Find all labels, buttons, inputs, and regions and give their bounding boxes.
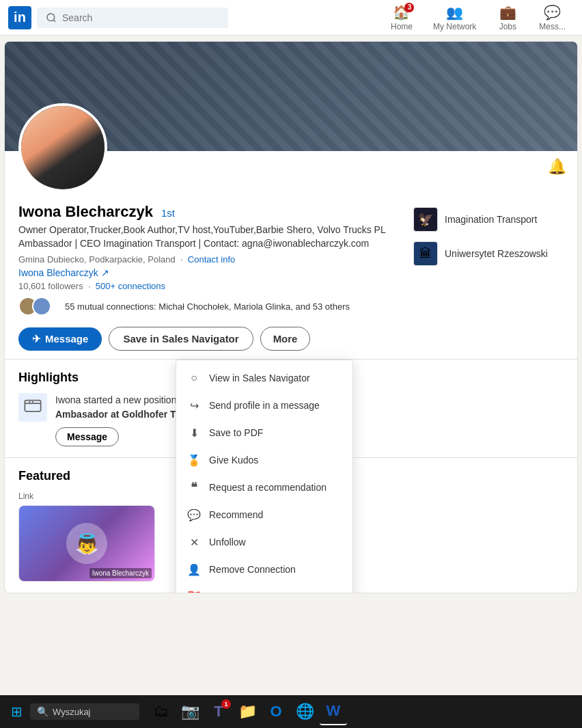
featured-card[interactable]: 👼 Iwona Blecharczyk bbox=[18, 505, 155, 582]
mutual-text: 55 mutual connections: Michał Chochołek,… bbox=[65, 301, 350, 312]
notification-bell[interactable]: 🔔 bbox=[548, 158, 566, 176]
nav-items: 🏠 3 Home 👥 My Network 💼 Jobs 💬 Mess... bbox=[381, 1, 574, 34]
save-sales-navigator-button[interactable]: Save in Sales Navigator bbox=[109, 327, 253, 351]
outlook-icon: O bbox=[270, 703, 281, 720]
nav-item-network[interactable]: 👥 My Network bbox=[425, 1, 484, 34]
highlight-message-button[interactable]: Message bbox=[55, 427, 119, 446]
taskbar: ⊞ 🔍 Wyszukaj 🗂 📷 T 1 📁 O 🌐 W bbox=[0, 695, 582, 728]
dropdown-item-remove-connection[interactable]: 👤 Remove Connection bbox=[176, 556, 352, 583]
mutual-connections: 55 mutual connections: Michał Chochołek,… bbox=[18, 297, 413, 316]
dropdown-item-send-profile[interactable]: ↪ Send profile in a message bbox=[176, 392, 352, 419]
profile-stats: 10,601 followers · 500+ connections bbox=[18, 281, 413, 291]
svg-point-5 bbox=[32, 401, 33, 403]
camera-icon: 📷 bbox=[181, 703, 199, 720]
nav-item-jobs[interactable]: 💼 Jobs bbox=[487, 1, 528, 34]
dropdown-item-recommend[interactable]: 💬 Recommend bbox=[176, 501, 352, 528]
search-input[interactable] bbox=[62, 12, 219, 23]
svg-point-4 bbox=[29, 401, 30, 403]
avatar bbox=[18, 103, 107, 192]
company-item-imagination[interactable]: 🦅 Imagination Transport bbox=[413, 207, 564, 232]
taskbar-app-teams[interactable]: T 1 bbox=[205, 698, 232, 725]
taskbar-search-bar[interactable]: 🔍 Wyszukaj bbox=[30, 703, 139, 720]
mutual-avatar-2 bbox=[32, 297, 51, 316]
action-buttons: ✈ Message Save in Sales Navigator More ○… bbox=[18, 327, 564, 351]
company-item-university[interactable]: 🏛 Uniwersytet Rzeszowski bbox=[413, 241, 564, 266]
taskbar-app-camera[interactable]: 📷 bbox=[176, 698, 204, 725]
dropdown-item-unfollow[interactable]: ✕ Unfollow bbox=[176, 528, 352, 556]
mutual-avatars bbox=[18, 297, 51, 316]
company-logo-imagination: 🦅 bbox=[413, 207, 438, 232]
dropdown-item-give-kudos[interactable]: 🏅 Give Kudos bbox=[176, 446, 352, 474]
nav-item-messaging[interactable]: 💬 Mess... bbox=[531, 1, 574, 34]
taskbar-app-folder[interactable]: 📁 bbox=[234, 698, 261, 725]
profile-card: 🔔 Iwona Blecharczyk 1st Owner Operator,T… bbox=[4, 41, 578, 593]
more-dropdown-menu: ○ View in Sales Navigator ↪ Send profile… bbox=[176, 360, 353, 593]
company-name-imagination: Imagination Transport bbox=[445, 214, 537, 225]
more-button[interactable]: More bbox=[260, 327, 311, 351]
teams-badge: 1 bbox=[221, 699, 231, 709]
taskbar-app-edge[interactable]: 🌐 bbox=[291, 698, 318, 725]
word-icon: W bbox=[327, 702, 341, 720]
file-explorer-icon: 🗂 bbox=[154, 703, 169, 720]
profile-companies: 🦅 Imagination Transport 🏛 Uniwersytet Rz… bbox=[413, 203, 564, 266]
highlight-icon bbox=[18, 393, 47, 422]
taskbar-app-word[interactable]: W bbox=[320, 698, 347, 725]
profile-location: Gmina Dubiecko, Podkarpackie, Poland · C… bbox=[18, 254, 413, 265]
profile-link[interactable]: Iwona Blecharczyk ↗ bbox=[18, 267, 413, 278]
jobs-icon: 💼 bbox=[499, 4, 516, 21]
search-bar[interactable] bbox=[37, 8, 228, 28]
company-logo-university: 🏛 bbox=[413, 241, 438, 266]
connections-link[interactable]: 500+ connections bbox=[96, 281, 165, 291]
svg-point-0 bbox=[47, 14, 55, 21]
linkedin-logo[interactable]: in bbox=[8, 6, 31, 29]
company-name-university: Uniwersytet Rzeszowski bbox=[445, 248, 548, 259]
recommend-icon: 💬 bbox=[187, 508, 201, 522]
dropdown-item-view-sales-nav[interactable]: ○ View in Sales Navigator bbox=[176, 364, 352, 392]
edge-icon: 🌐 bbox=[296, 703, 314, 720]
send-profile-icon: ↪ bbox=[187, 399, 201, 412]
windows-logo: ⊞ bbox=[11, 703, 23, 720]
nav-home-label: Home bbox=[391, 22, 413, 31]
taskbar-search-text: Wyszukaj bbox=[53, 707, 91, 717]
top-navbar: in 🏠 3 Home 👥 My Network 💼 Jobs 💬 Mess..… bbox=[0, 0, 582, 36]
taskbar-app-file-explorer[interactable]: 🗂 bbox=[148, 698, 175, 725]
taskbar-search-icon: 🔍 bbox=[37, 706, 48, 717]
contact-info-link[interactable]: Contact info bbox=[188, 254, 235, 265]
featured-card-image: 👼 Iwona Blecharczyk bbox=[19, 506, 154, 581]
nav-messaging-label: Mess... bbox=[539, 22, 566, 31]
message-button[interactable]: ✈ Message bbox=[18, 327, 102, 351]
profile-info: Iwona Blecharczyk 1st Owner Operator,Tru… bbox=[5, 192, 577, 351]
messaging-icon: 💬 bbox=[544, 4, 561, 21]
network-icon: 👥 bbox=[446, 4, 463, 21]
taskbar-start-button[interactable]: ⊞ bbox=[5, 701, 27, 723]
profile-name: Iwona Blecharczyk 1st bbox=[18, 203, 413, 221]
home-badge: 3 bbox=[404, 3, 414, 12]
kudos-icon: 🏅 bbox=[187, 453, 201, 467]
report-block-icon: 🚩 bbox=[187, 590, 201, 593]
search-icon bbox=[46, 12, 57, 23]
bell-icon: 🔔 bbox=[548, 158, 566, 175]
save-pdf-icon: ⬇ bbox=[187, 426, 201, 440]
taskbar-app-outlook[interactable]: O bbox=[262, 698, 290, 725]
sales-nav-icon: ○ bbox=[187, 371, 201, 385]
request-rec-icon: ❝ bbox=[187, 481, 201, 494]
dropdown-item-save-pdf[interactable]: ⬇ Save to PDF bbox=[176, 419, 352, 446]
featured-card-name: Iwona Blecharczyk bbox=[89, 568, 152, 578]
external-link-icon: ↗ bbox=[101, 267, 109, 278]
nav-jobs-label: Jobs bbox=[499, 22, 516, 31]
nav-item-home[interactable]: 🏠 3 Home bbox=[381, 1, 422, 34]
home-icon: 🏠 3 bbox=[393, 4, 410, 21]
remove-connection-icon: 👤 bbox=[187, 563, 201, 576]
profile-headline: Owner Operator,Trucker,Book Author,TV ho… bbox=[18, 224, 413, 250]
unfollow-icon: ✕ bbox=[187, 535, 201, 549]
dropdown-item-request-rec[interactable]: ❝ Request a recommendation bbox=[176, 474, 352, 501]
folder-icon: 📁 bbox=[238, 703, 257, 720]
dropdown-item-report-block[interactable]: 🚩 Report / Block bbox=[176, 583, 352, 593]
nav-network-label: My Network bbox=[433, 22, 476, 31]
send-icon: ✈ bbox=[32, 333, 41, 345]
connection-badge: 1st bbox=[161, 207, 175, 219]
svg-line-1 bbox=[53, 20, 55, 22]
taskbar-apps: 🗂 📷 T 1 📁 O 🌐 W bbox=[148, 698, 577, 725]
